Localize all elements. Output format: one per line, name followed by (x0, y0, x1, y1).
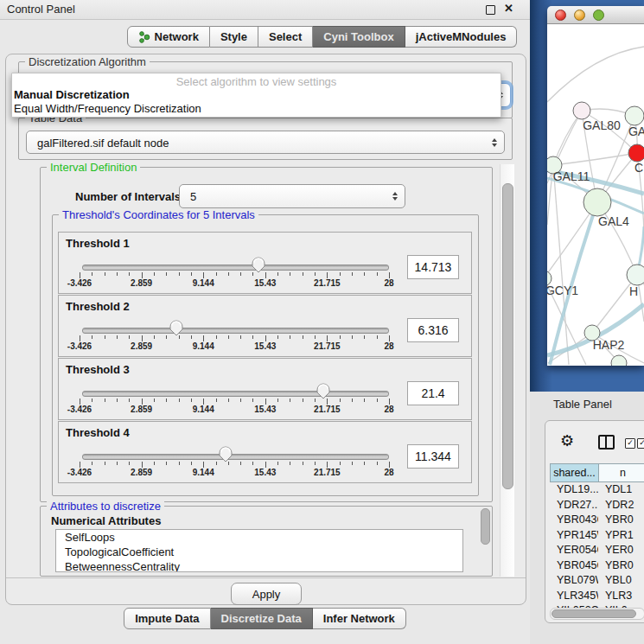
threshold-slider-thumb[interactable] (252, 257, 265, 273)
algorithm-placeholder: Select algorithm to view settings (12, 75, 501, 88)
algorithm-option-manual-discretization[interactable]: Manual Discretization (14, 88, 498, 102)
table-hscrollbar[interactable] (550, 608, 644, 620)
table-row[interactable]: YBR045CYBR0 (550, 558, 644, 574)
tick-mark (80, 335, 80, 341)
tab-label: Select (269, 30, 302, 43)
checkbox-icon[interactable]: ✓ (625, 438, 635, 449)
table-row[interactable]: YER054CYER0 (550, 543, 644, 558)
threshold-slider-track[interactable] (82, 454, 389, 460)
tick-mark (166, 462, 167, 465)
network-window-titlebar[interactable] (547, 6, 644, 24)
panel-scrollbar-thumb[interactable] (502, 183, 513, 489)
float-window-icon[interactable] (486, 5, 495, 15)
close-icon[interactable]: ✕ (504, 2, 513, 15)
tick-mark (179, 399, 180, 402)
network-edge[interactable] (547, 47, 644, 102)
threshold-slider-track[interactable] (82, 328, 389, 334)
network-canvas[interactable]: GAL80GACGAL11GAL4GCY1HHAP2 (547, 24, 644, 366)
attribute-item-topologicalcoefficient[interactable]: TopologicalCoefficient (56, 545, 462, 559)
tab-style[interactable]: Style (210, 26, 258, 48)
tick-mark (303, 272, 303, 276)
threshold-row-1: Threshold 1-3.4262.8599.14415.4321.71528… (58, 232, 472, 294)
threshold-slider-track[interactable] (82, 265, 389, 271)
tab-network[interactable]: Network (127, 26, 210, 48)
tick-mark (340, 399, 341, 402)
network-icon (138, 31, 150, 43)
tick-mark (203, 399, 204, 405)
network-node-c[interactable]: C (628, 144, 644, 175)
thresholds-group-title: Threshold's Coordinates for 5 Intervals (59, 208, 258, 221)
tab-jactivemnodules[interactable]: jActiveMNodules (405, 26, 518, 48)
tick-mark (117, 399, 118, 402)
tick-mark (389, 399, 390, 405)
network-node-ga[interactable]: GA (625, 106, 644, 138)
threshold-slider-thumb[interactable] (169, 320, 183, 336)
threshold-slider-track[interactable] (82, 391, 389, 397)
threshold-row-3: Threshold 3-3.4262.8599.14415.4321.71528… (58, 358, 472, 420)
algorithm-option-equal-width-frequency-discretization[interactable]: Equal Width/Frequency Discretization (14, 102, 498, 116)
table-row[interactable]: YDR27...YDR2 (550, 498, 644, 513)
panel-title: Control Panel (7, 3, 75, 16)
tick-label: 21.715 (301, 468, 353, 477)
tick-mark (327, 462, 328, 468)
threshold-slider-thumb[interactable] (316, 383, 330, 399)
attributes-list-scrollbar[interactable] (481, 508, 490, 545)
tick-mark (252, 399, 253, 402)
tick-mark (216, 335, 217, 339)
gear-icon[interactable]: ⚙ (560, 431, 574, 450)
tick-label: 9.144 (177, 405, 229, 414)
checkbox-icon[interactable]: ✓ (637, 438, 644, 449)
tick-mark (154, 399, 155, 402)
table-header-n[interactable]: n (598, 463, 644, 482)
tick-mark (129, 272, 130, 276)
network-edge[interactable] (553, 165, 569, 365)
minimize-traffic-light-icon[interactable] (574, 10, 585, 21)
numerical-attributes-list[interactable]: SelfLoopsTopologicalCoefficientBetweenne… (55, 529, 463, 572)
threshold-value-field[interactable]: 11.344 (407, 444, 459, 469)
tick-mark (364, 272, 365, 276)
table-header-shared-[interactable]: shared... (550, 463, 598, 482)
tick-mark (203, 462, 204, 468)
tick-mark (290, 272, 290, 276)
top-tab-bar: NetworkStyleSelectCyni ToolboxjActiveMNo… (0, 26, 644, 48)
network-edge[interactable] (553, 153, 637, 165)
table-hscrollbar-thumb[interactable] (552, 609, 636, 618)
num-intervals-combobox[interactable]: 5 (179, 184, 405, 208)
tab-discretize-data[interactable]: Discretize Data (211, 608, 313, 629)
table-row[interactable]: YLR345WYLR3 (550, 589, 644, 604)
zoom-traffic-light-icon[interactable] (593, 10, 604, 21)
network-view-window[interactable]: GAL80GACGAL11GAL4GCY1HHAP2 (547, 6, 644, 366)
threshold-slider-thumb[interactable] (219, 446, 233, 462)
tab-select[interactable]: Select (258, 26, 313, 48)
table-data-combobox[interactable]: galFiltered.sif default node (26, 131, 505, 154)
tab-infer-network[interactable]: Infer Network (313, 608, 406, 629)
table-row[interactable]: YPR145WYPR1 (550, 528, 644, 544)
network-node-gal80[interactable]: GAL80 (573, 102, 621, 132)
attribute-item-selfloops[interactable]: SelfLoops (56, 530, 462, 545)
close-traffic-light-icon[interactable] (555, 10, 566, 21)
table-row[interactable]: YBR043CYBR0 (550, 513, 644, 528)
tab-label: Impute Data (135, 612, 199, 625)
tick-mark (80, 399, 80, 405)
table-row[interactable]: YDL19...YDL1 (550, 482, 644, 498)
network-node-gal11[interactable]: GAL11 (547, 156, 590, 183)
tick-mark (117, 335, 118, 339)
tick-mark (105, 462, 105, 465)
network-node-hap2[interactable]: HAP2 (584, 325, 624, 352)
columns-icon[interactable] (598, 435, 615, 450)
network-node-h[interactable]: H (627, 265, 644, 298)
threshold-value-field[interactable]: 14.713 (407, 255, 459, 279)
panel-scrollbar[interactable] (500, 164, 514, 577)
tab-impute-data[interactable]: Impute Data (124, 608, 210, 629)
table-cell: YLR3 (598, 589, 644, 604)
tab-label: Discretize Data (221, 612, 302, 625)
tick-label: 9.144 (177, 468, 229, 477)
threshold-value-field[interactable]: 6.316 (407, 318, 459, 342)
apply-button[interactable]: Apply (231, 583, 302, 605)
attribute-item-betweennesscentrality[interactable]: BetweennessCentrality (56, 559, 462, 572)
table-row[interactable]: YBL079WYBL0 (550, 573, 644, 589)
tab-cyni-toolbox[interactable]: Cyni Toolbox (313, 26, 405, 48)
interval-definition-title: Interval Definition (47, 161, 140, 174)
tick-label: 2.859 (116, 341, 168, 351)
threshold-value-field[interactable]: 21.4 (407, 381, 459, 405)
